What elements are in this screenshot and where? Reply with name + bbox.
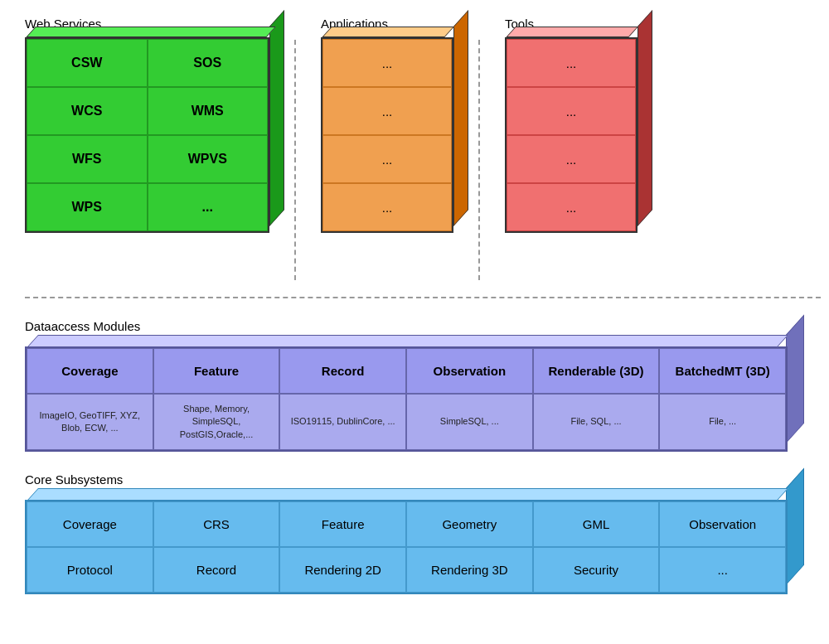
app-4: ... bbox=[322, 183, 452, 231]
core-rendering3d: Rendering 3D bbox=[406, 547, 533, 593]
app-2: ... bbox=[322, 87, 452, 135]
dataaccess-box: Coverage Feature Record Observation Rend… bbox=[25, 346, 788, 452]
da-coverage-header: Coverage bbox=[27, 348, 153, 394]
applications-box: ... ... ... ... bbox=[321, 37, 453, 233]
da-observation-sub: SimpleSQL, ... bbox=[406, 394, 533, 450]
core-protocol: Protocol bbox=[27, 547, 153, 593]
core-front: Coverage CRS Feature Geometry GML Observ… bbox=[25, 500, 788, 594]
dataaccess-label: Dataaccess Modules bbox=[25, 319, 804, 333]
ws-wcs: WCS bbox=[27, 87, 148, 135]
tool-3: ... bbox=[507, 135, 636, 183]
web-services-box: CSW SOS WCS WMS WFS WPVS WPS ... bbox=[25, 37, 269, 233]
core-label: Core Subsystems bbox=[25, 472, 804, 487]
app-1: ... bbox=[322, 39, 452, 87]
tool-4: ... bbox=[507, 183, 636, 231]
core-box: Coverage CRS Feature Geometry GML Observ… bbox=[25, 500, 788, 594]
ws-csw: CSW bbox=[27, 39, 148, 87]
da-batchedmt-header: BatchedMT (3D) bbox=[659, 348, 786, 394]
dataaccess-front: Coverage Feature Record Observation Rend… bbox=[25, 346, 788, 452]
app-3: ... bbox=[322, 135, 452, 183]
da-feature-header: Feature bbox=[153, 348, 280, 394]
horizontal-separator bbox=[25, 297, 821, 298]
core-feature: Feature bbox=[279, 501, 406, 547]
da-batchedmt-sub: File, ... bbox=[659, 394, 786, 450]
separator-1 bbox=[294, 40, 296, 280]
da-record-header: Record bbox=[279, 348, 406, 394]
tool-1: ... bbox=[507, 39, 636, 87]
da-renderable-sub: File, SQL, ... bbox=[533, 394, 660, 450]
ws-etc: ... bbox=[148, 183, 269, 231]
ws-wfs: WFS bbox=[27, 135, 148, 183]
core-security: Security bbox=[533, 547, 660, 593]
tools-box: ... ... ... ... bbox=[505, 37, 638, 233]
tool-2: ... bbox=[507, 87, 636, 135]
separator-2 bbox=[478, 40, 480, 280]
core-rendering2d: Rendering 2D bbox=[279, 547, 406, 593]
core-record: Record bbox=[153, 547, 280, 593]
da-feature-sub: Shape, Memory, SimpleSQL, PostGIS,Oracle… bbox=[153, 394, 280, 450]
da-record-sub: ISO19115, DublinCore, ... bbox=[279, 394, 406, 450]
core-observation: Observation bbox=[659, 501, 786, 547]
da-renderable-header: Renderable (3D) bbox=[533, 348, 660, 394]
core-crs: CRS bbox=[153, 501, 280, 547]
core-geometry: Geometry bbox=[406, 501, 533, 547]
ws-wps: WPS bbox=[27, 183, 148, 231]
core-coverage: Coverage bbox=[27, 501, 153, 547]
ws-wpvs: WPVS bbox=[148, 135, 269, 183]
core-gml: GML bbox=[533, 501, 660, 547]
ws-wms: WMS bbox=[148, 87, 269, 135]
core-etc: ... bbox=[659, 547, 786, 593]
ws-sos: SOS bbox=[148, 39, 269, 87]
da-coverage-sub: ImageIO, GeoTIFF, XYZ, Blob, ECW, ... bbox=[27, 394, 153, 450]
da-observation-header: Observation bbox=[406, 348, 533, 394]
